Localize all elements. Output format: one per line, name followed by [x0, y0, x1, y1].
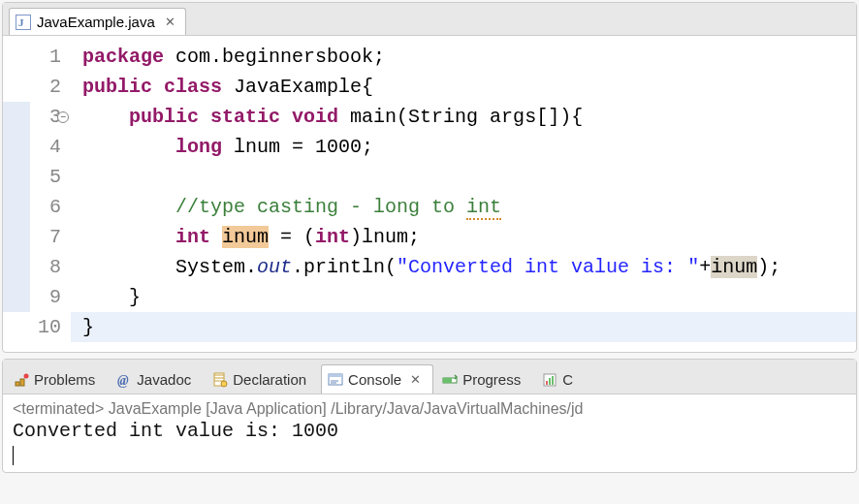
tab-c[interactable]: C [535, 364, 586, 394]
console-status-line: <terminated> JavaExample [Java Applicati… [13, 400, 846, 418]
tab-javadoc[interactable]: @Javadoc [110, 364, 204, 394]
javadoc-icon: @ [116, 372, 132, 388]
coverage-icon [542, 372, 557, 388]
svg-text:J: J [18, 16, 24, 28]
svg-rect-13 [546, 381, 548, 385]
line-number: 3− [30, 102, 61, 132]
svg-rect-14 [549, 378, 551, 385]
code-line[interactable]: //type casting - long to int [71, 192, 856, 222]
gutter-row [3, 252, 30, 282]
close-icon[interactable]: ✕ [165, 15, 175, 29]
line-number: 4 [30, 132, 61, 162]
console-panel: Problems@JavadocDeclarationConsole✕Progr… [2, 359, 857, 473]
editor-tab[interactable]: J JavaExample.java ✕ [9, 8, 186, 35]
code-line[interactable]: public static void main(String args[]){ [71, 102, 856, 132]
editor-tab-label: JavaExample.java [37, 14, 155, 30]
code-content[interactable]: package com.beginnersbook;public class J… [71, 42, 856, 342]
code-line[interactable]: package com.beginnersbook; [71, 42, 856, 72]
line-number: 7 [30, 222, 61, 252]
line-number: 8 [30, 252, 61, 282]
line-number: 5 [30, 162, 61, 192]
svg-rect-11 [443, 378, 452, 383]
line-number-gutter: 123−45678910 [30, 42, 71, 342]
code-line[interactable]: } [71, 312, 856, 342]
editor-tab-bar: J JavaExample.java ✕ [3, 3, 856, 36]
gutter-row [3, 42, 30, 72]
problems-icon [14, 372, 29, 388]
declaration-icon [212, 372, 228, 388]
line-number: 9 [30, 282, 61, 312]
svg-point-7 [221, 381, 227, 387]
code-line[interactable]: long lnum = 1000; [71, 132, 856, 162]
svg-rect-15 [552, 376, 554, 385]
svg-text:@: @ [117, 373, 129, 388]
code-line[interactable]: } [71, 282, 856, 312]
tab-label: Progress [462, 371, 521, 388]
svg-point-4 [24, 373, 29, 378]
fold-toggle-icon[interactable]: − [57, 111, 69, 123]
code-line[interactable]: System.out.println("Converted int value … [71, 252, 856, 282]
close-icon[interactable]: ✕ [410, 372, 421, 387]
console-icon [328, 372, 343, 388]
editor-panel: J JavaExample.java ✕ 123−45678910 packag… [2, 2, 857, 353]
line-number: 6 [30, 192, 61, 222]
tab-label: C [562, 371, 573, 388]
tab-label: Console [348, 371, 401, 388]
marker-gutter [3, 42, 30, 342]
tab-console[interactable]: Console✕ [321, 364, 433, 394]
gutter-row [3, 192, 30, 222]
tab-label: Javadoc [137, 371, 191, 388]
java-file-icon: J [16, 15, 31, 30]
progress-icon [442, 372, 458, 388]
line-number: 2 [30, 72, 61, 102]
code-line[interactable]: int inum = (int)lnum; [71, 222, 856, 252]
svg-rect-2 [16, 382, 19, 386]
tab-problems[interactable]: Problems [7, 364, 108, 394]
code-line[interactable] [71, 162, 856, 192]
tab-label: Problems [34, 371, 95, 388]
gutter-row [3, 162, 30, 192]
gutter-row [3, 222, 30, 252]
console-tab-bar: Problems@JavadocDeclarationConsole✕Progr… [3, 360, 856, 394]
tab-declaration[interactable]: Declaration [206, 364, 319, 394]
code-area[interactable]: 123−45678910 package com.beginnersbook;p… [3, 36, 856, 352]
console-body: <terminated> JavaExample [Java Applicati… [3, 394, 856, 472]
code-line[interactable]: public class JavaExample{ [71, 72, 856, 102]
gutter-row [3, 102, 30, 132]
gutter-row [3, 312, 30, 342]
console-cursor [13, 446, 14, 465]
gutter-row [3, 132, 30, 162]
tab-progress[interactable]: Progress [435, 364, 533, 394]
svg-rect-9 [329, 374, 342, 377]
line-number: 1 [30, 42, 61, 72]
gutter-row [3, 72, 30, 102]
line-number: 10 [30, 312, 61, 342]
console-output: Converted int value is: 1000 [13, 418, 846, 442]
svg-rect-3 [20, 379, 24, 386]
gutter-row [3, 282, 30, 312]
tab-label: Declaration [233, 371, 306, 388]
